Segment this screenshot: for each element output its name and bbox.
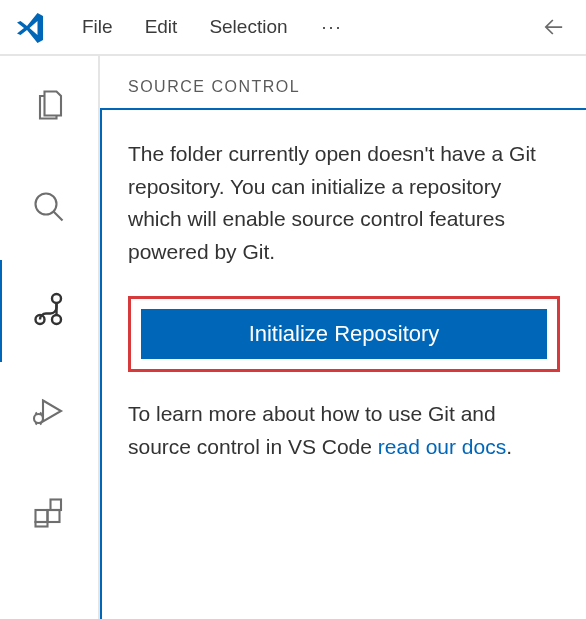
svg-rect-8 <box>51 500 62 511</box>
section-title: SOURCE CONTROL <box>100 56 586 108</box>
activity-explorer[interactable] <box>0 56 99 158</box>
svg-rect-5 <box>36 510 48 522</box>
vscode-logo-icon <box>14 11 46 43</box>
extensions-icon <box>31 495 67 535</box>
titlebar: File Edit Selection ··· <box>0 0 586 56</box>
sidebar-panel: SOURCE CONTROL The folder currently open… <box>100 56 586 619</box>
svg-rect-7 <box>36 522 48 527</box>
read-docs-link[interactable]: read our docs <box>378 435 506 458</box>
activity-search[interactable] <box>0 158 99 260</box>
svg-rect-6 <box>48 510 60 522</box>
activity-bar <box>0 56 100 619</box>
search-icon <box>31 189 67 229</box>
activity-run-debug[interactable] <box>0 362 99 464</box>
highlight-annotation: Initialize Repository <box>128 296 560 372</box>
svg-point-4 <box>34 414 43 423</box>
menu-edit[interactable]: Edit <box>133 12 190 42</box>
menu-overflow-icon[interactable]: ··· <box>308 13 357 42</box>
svg-point-0 <box>36 194 57 215</box>
info-text: The folder currently open doesn't have a… <box>128 138 560 268</box>
source-control-panel: The folder currently open doesn't have a… <box>100 108 586 619</box>
initialize-repository-button[interactable]: Initialize Repository <box>141 309 547 359</box>
activity-extensions[interactable] <box>0 464 99 566</box>
learn-more-text: To learn more about how to use Git and s… <box>128 398 560 463</box>
back-arrow-icon[interactable] <box>536 9 572 45</box>
svg-point-3 <box>52 315 61 324</box>
files-icon <box>31 87 67 127</box>
content-area: SOURCE CONTROL The folder currently open… <box>0 56 586 619</box>
source-control-icon <box>31 291 67 331</box>
menu-selection[interactable]: Selection <box>197 12 299 42</box>
debug-icon <box>31 393 67 433</box>
activity-source-control[interactable] <box>0 260 99 362</box>
svg-point-1 <box>52 294 61 303</box>
menu-file[interactable]: File <box>70 12 125 42</box>
learn-suffix: . <box>506 435 512 458</box>
